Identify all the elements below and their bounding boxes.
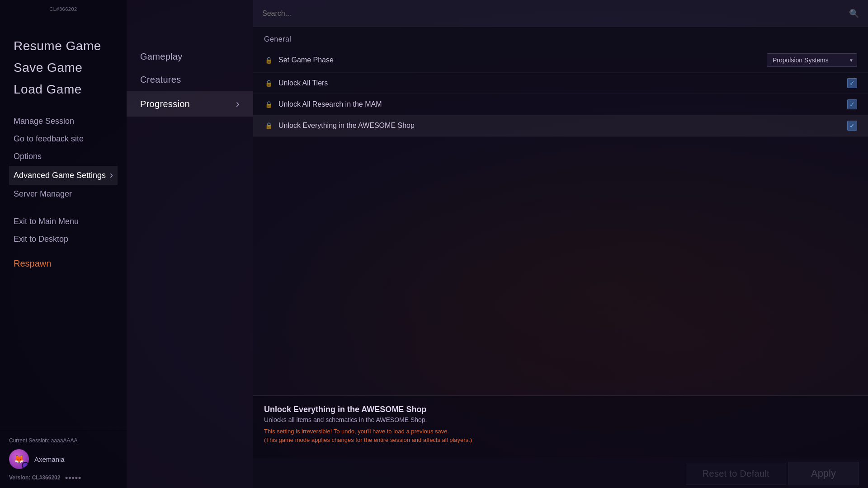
user-row: Axemania [9,449,118,469]
avatar [9,449,29,469]
category-gameplay[interactable]: Gameplay [127,45,253,68]
category-progression[interactable]: Progression [127,91,253,117]
exit-navigation: Exit to Main Menu Exit to Desktop [0,213,127,248]
checkbox-unlock-awesome-shop[interactable] [847,121,857,131]
lock-icon-unlock-all-research: 🔒 [264,100,273,109]
setting-row-unlock-all-tiers[interactable]: 🔒 Unlock All Tiers [253,73,868,94]
info-subtitle: Unlocks all items and schematics in the … [264,416,857,423]
category-creatures[interactable]: Creatures [127,68,253,91]
checkbox-unlock-all-research[interactable] [847,99,857,109]
sidebar-footer: Current Session: aaaaAAAA Axemania Versi… [0,430,127,488]
manage-session-button[interactable]: Manage Session [9,113,118,130]
user-name: Axemania [34,455,65,463]
lock-icon-unlock-awesome-shop: 🔒 [264,121,273,130]
lock-icon-unlock-all-tiers: 🔒 [264,79,273,88]
search-input[interactable] [262,9,849,18]
server-manager-button[interactable]: Server Manager [9,186,118,202]
info-panel: Unlock Everything in the AWESOME Shop Un… [253,395,868,459]
respawn-button[interactable]: Respawn [14,258,113,269]
main-panel: 🔍 General 🔒 Set Game Phase Propulsion Sy… [253,0,868,488]
resume-game-button[interactable]: Resume Game [9,36,118,56]
setting-label-unlock-awesome-shop: Unlock Everything in the AWESOME Shop [278,122,847,130]
setting-row-unlock-all-research[interactable]: 🔒 Unlock All Research in the MAM [253,94,868,115]
sidebar: CL#366202 Resume Game Save Game Load Gam… [0,0,127,488]
avatar-badge [22,462,29,469]
setting-label-set-game-phase: Set Game Phase [278,56,767,64]
exit-main-menu-button[interactable]: Exit to Main Menu [9,213,118,230]
checkbox-unlock-all-tiers[interactable] [847,78,857,88]
version-text: Version: CL#366202 ●●●●● [9,474,118,481]
category-panel: Gameplay Creatures Progression [127,0,253,488]
info-note: (This game mode applies changes for the … [264,436,857,443]
respawn-section: Respawn [0,258,127,269]
save-game-button[interactable]: Save Game [9,58,118,78]
search-bar: 🔍 [253,0,868,27]
setting-row-unlock-awesome-shop[interactable]: 🔒 Unlock Everything in the AWESOME Shop [253,115,868,136]
secondary-navigation: Manage Session Go to feedback site Optio… [0,113,127,202]
advanced-settings-button[interactable]: Advanced Game Settings [9,166,118,185]
primary-navigation: Resume Game Save Game Load Game [0,36,127,99]
feedback-button[interactable]: Go to feedback site [9,131,118,147]
info-title: Unlock Everything in the AWESOME Shop [264,405,857,414]
game-phase-dropdown-wrapper[interactable]: Propulsion Systems Space Elevator Phase … [767,53,857,67]
options-button[interactable]: Options [9,148,118,165]
session-label: Current Session: aaaaAAAA [9,437,118,444]
settings-area: General 🔒 Set Game Phase Propulsion Syst… [253,27,868,395]
game-phase-dropdown[interactable]: Propulsion Systems Space Elevator Phase … [767,53,857,67]
load-game-button[interactable]: Load Game [9,80,118,99]
setting-label-unlock-all-research: Unlock All Research in the MAM [278,100,847,108]
version-number: CL#366202 [32,474,61,481]
build-version: CL#366202 [0,6,127,12]
version-label: Version: [9,474,30,481]
info-warning: This setting is irreversible! To undo, y… [264,428,857,435]
action-bar-spacer [253,459,868,488]
lock-icon-set-game-phase: 🔒 [264,56,273,65]
search-icon: 🔍 [849,9,859,19]
settings-group-label: General [253,27,868,48]
setting-label-unlock-all-tiers: Unlock All Tiers [278,79,847,87]
exit-desktop-button[interactable]: Exit to Desktop [9,231,118,248]
setting-row-set-game-phase[interactable]: 🔒 Set Game Phase Propulsion Systems Spac… [253,48,868,73]
